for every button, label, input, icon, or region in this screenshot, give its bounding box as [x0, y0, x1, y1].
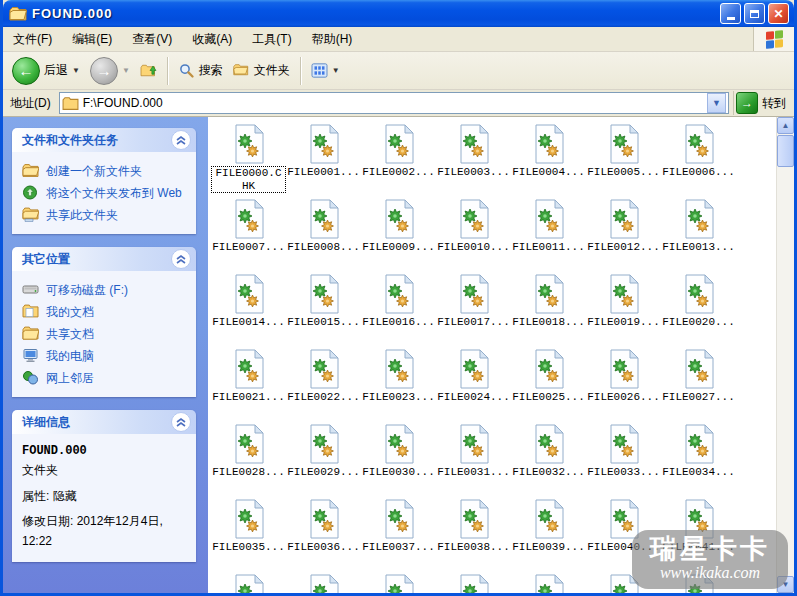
- toolbar-separator: [167, 57, 168, 85]
- vertical-scrollbar[interactable]: ▲ ▼: [776, 117, 794, 593]
- file-item[interactable]: [286, 571, 361, 593]
- menu-edit[interactable]: 编辑(E): [62, 28, 122, 51]
- file-item[interactable]: FILE0020...: [661, 271, 736, 346]
- chevron-up-icon: [176, 418, 186, 427]
- file-item[interactable]: FILE0012...: [586, 196, 661, 271]
- back-button[interactable]: ← 后退 ▼: [7, 54, 85, 88]
- file-item[interactable]: [211, 571, 286, 593]
- file-item[interactable]: FILE0025...: [511, 346, 586, 421]
- address-input[interactable]: F:\FOUND.000 ▼: [59, 92, 729, 114]
- file-item[interactable]: FILE0034...: [661, 421, 736, 496]
- file-item[interactable]: FILE0010...: [436, 196, 511, 271]
- file-item[interactable]: FILE0003...: [436, 121, 511, 196]
- maximize-button[interactable]: [744, 3, 765, 24]
- chk-file-icon: [233, 124, 265, 164]
- file-item[interactable]: [436, 571, 511, 593]
- menu-file[interactable]: 文件(F): [3, 28, 62, 51]
- views-button[interactable]: ▼: [306, 60, 345, 81]
- file-label: FILE0008...: [287, 241, 360, 254]
- minimize-button[interactable]: [720, 3, 741, 24]
- place-network-places[interactable]: 网上邻居: [20, 367, 190, 389]
- file-item[interactable]: FILE0030...: [361, 421, 436, 496]
- folders-button[interactable]: 文件夹: [228, 59, 295, 82]
- scroll-track[interactable]: [777, 168, 794, 576]
- menu-tools[interactable]: 工具(T): [242, 28, 301, 51]
- file-item[interactable]: FILE0015...: [286, 271, 361, 346]
- file-item[interactable]: FILE0009...: [361, 196, 436, 271]
- file-item[interactable]: FILE0031...: [436, 421, 511, 496]
- back-icon: ←: [12, 57, 40, 85]
- file-item[interactable]: FILE0037...: [361, 496, 436, 571]
- file-label: FILE0010...: [437, 241, 510, 254]
- file-item[interactable]: FILE0017...: [436, 271, 511, 346]
- place-my-documents[interactable]: 我的文档: [20, 301, 190, 323]
- file-item[interactable]: FILE0039...: [511, 496, 586, 571]
- file-item[interactable]: FILE0021...: [211, 346, 286, 421]
- file-item[interactable]: FILE0038...: [436, 496, 511, 571]
- collapse-button[interactable]: [171, 412, 191, 432]
- file-item[interactable]: FILE0024...: [436, 346, 511, 421]
- file-item[interactable]: FILE0028...: [211, 421, 286, 496]
- go-button[interactable]: → 转到: [733, 91, 791, 115]
- task-publish-web[interactable]: 将这个文件夹发布到 Web: [20, 182, 190, 204]
- file-item[interactable]: FILE0032...: [511, 421, 586, 496]
- file-item[interactable]: [361, 571, 436, 593]
- forward-button[interactable]: → ▼: [85, 54, 135, 88]
- file-item[interactable]: FILE0006...: [661, 121, 736, 196]
- file-item[interactable]: FILE0018...: [511, 271, 586, 346]
- file-item[interactable]: FILE0013...: [661, 196, 736, 271]
- chk-file-icon: [233, 199, 265, 239]
- collapse-button[interactable]: [171, 130, 191, 150]
- file-item[interactable]: FILE0026...: [586, 346, 661, 421]
- details-header[interactable]: 详细信息: [12, 410, 196, 434]
- scroll-thumb[interactable]: [777, 135, 794, 167]
- forward-dropdown-icon[interactable]: ▼: [122, 66, 130, 75]
- chk-file-icon: [233, 574, 265, 593]
- file-tasks-header[interactable]: 文件和文件夹任务: [12, 128, 196, 152]
- views-dropdown-icon[interactable]: ▼: [332, 66, 340, 75]
- file-item[interactable]: FILE0007...: [211, 196, 286, 271]
- file-item[interactable]: FILE0027...: [661, 346, 736, 421]
- chk-file-icon: [533, 349, 565, 389]
- file-item[interactable]: FILE0033...: [586, 421, 661, 496]
- file-item[interactable]: FILE0011...: [511, 196, 586, 271]
- place-my-computer[interactable]: 我的电脑: [20, 345, 190, 367]
- file-item[interactable]: FILE0029...: [286, 421, 361, 496]
- file-item[interactable]: FILE0036...: [286, 496, 361, 571]
- removable-disk-icon: [22, 282, 39, 297]
- file-item[interactable]: FILE0014...: [211, 271, 286, 346]
- file-item[interactable]: FILE0023...: [361, 346, 436, 421]
- menu-help[interactable]: 帮助(H): [302, 28, 363, 51]
- file-item[interactable]: FILE0000.CHK: [211, 121, 286, 196]
- file-item[interactable]: FILE0016...: [361, 271, 436, 346]
- address-dropdown-button[interactable]: ▼: [707, 93, 726, 113]
- title-bar[interactable]: FOUND.000 ✕: [3, 0, 794, 27]
- search-button[interactable]: 搜索: [173, 59, 228, 82]
- my-documents-icon: [22, 304, 39, 319]
- file-item[interactable]: FILE0019...: [586, 271, 661, 346]
- file-item[interactable]: FILE0008...: [286, 196, 361, 271]
- file-label: FILE0036...: [287, 541, 360, 554]
- scroll-up-button[interactable]: ▲: [777, 117, 794, 134]
- chk-file-icon: [608, 199, 640, 239]
- file-item[interactable]: FILE0004...: [511, 121, 586, 196]
- file-item[interactable]: FILE0002...: [361, 121, 436, 196]
- place-shared-documents[interactable]: 共享文档: [20, 323, 190, 345]
- close-button[interactable]: ✕: [768, 3, 789, 24]
- file-item[interactable]: FILE0035...: [211, 496, 286, 571]
- other-places-header[interactable]: 其它位置: [12, 247, 196, 271]
- chk-file-icon: [458, 499, 490, 539]
- file-item[interactable]: FILE0022...: [286, 346, 361, 421]
- up-button[interactable]: [135, 60, 162, 81]
- file-item[interactable]: [511, 571, 586, 593]
- file-item[interactable]: FILE0001...: [286, 121, 361, 196]
- search-label: 搜索: [199, 62, 223, 79]
- task-new-folder[interactable]: 创建一个新文件夹: [20, 160, 190, 182]
- place-removable-disk[interactable]: 可移动磁盘 (F:): [20, 279, 190, 301]
- task-share-folder[interactable]: 共享此文件夹: [20, 204, 190, 226]
- collapse-button[interactable]: [171, 249, 191, 269]
- file-item[interactable]: FILE0005...: [586, 121, 661, 196]
- menu-view[interactable]: 查看(V): [122, 28, 182, 51]
- menu-favorites[interactable]: 收藏(A): [182, 28, 242, 51]
- back-dropdown-icon[interactable]: ▼: [72, 66, 80, 75]
